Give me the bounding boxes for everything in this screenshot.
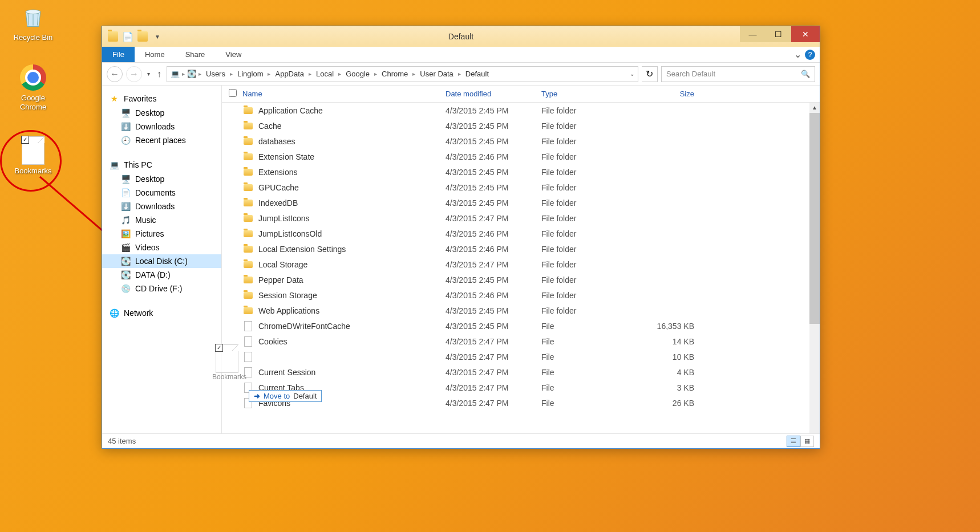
breadcrumb-item[interactable]: Linglom — [235, 70, 266, 78]
scroll-up-icon[interactable]: ▲ — [809, 103, 820, 113]
help-icon[interactable]: ? — [805, 50, 815, 60]
folder-icon — [242, 290, 254, 301]
file-type: File folder — [541, 229, 637, 238]
breadcrumb-item[interactable]: Chrome — [379, 70, 410, 78]
file-row[interactable]: JumpListIconsOld4/3/2015 2:46 PMFile fol… — [222, 226, 820, 241]
select-all-checkbox[interactable] — [229, 89, 237, 97]
file-row[interactable]: GPUCache4/3/2015 2:45 PMFile folder — [222, 180, 820, 195]
file-type: File folder — [541, 106, 637, 115]
file-row[interactable]: Web Applications4/3/2015 2:45 PMFile fol… — [222, 303, 820, 318]
nav-item-desktop[interactable]: 🖥️Desktop — [102, 172, 221, 186]
nav-item-music[interactable]: 🎵Music — [102, 213, 221, 227]
nav-item-pictures[interactable]: 🖼️Pictures — [102, 227, 221, 241]
nav-item-downloads[interactable]: ⬇️Downloads — [102, 120, 221, 133]
nav-favorites[interactable]: ★Favorites — [102, 91, 221, 106]
ribbon-expand-icon[interactable]: ⌄ — [794, 49, 801, 60]
tab-share[interactable]: Share — [175, 47, 216, 62]
pc-icon[interactable]: 💻 — [171, 70, 180, 78]
nav-network[interactable]: 🌐Network — [102, 306, 221, 320]
folder-icon[interactable] — [108, 31, 118, 42]
nav-item-desktop[interactable]: 🖥️Desktop — [102, 106, 221, 120]
column-header-date[interactable]: Date modified — [446, 90, 541, 98]
properties-icon[interactable]: 📄 — [123, 31, 133, 42]
nav-item-documents[interactable]: 📄Documents — [102, 186, 221, 200]
file-row[interactable]: Extension State4/3/2015 2:46 PMFile fold… — [222, 149, 820, 164]
file-row[interactable]: Cookies4/3/2015 2:47 PMFile14 KB — [222, 334, 820, 349]
close-button[interactable]: ✕ — [791, 26, 820, 42]
column-header-size[interactable]: Size — [637, 90, 706, 98]
nav-item-videos[interactable]: 🎬Videos — [102, 241, 221, 254]
nav-item-localdisk-c[interactable]: 💽Local Disk (C:) — [102, 254, 221, 268]
view-details-button[interactable]: ☰ — [787, 436, 800, 447]
file-row[interactable]: Extensions4/3/2015 2:45 PMFile folder — [222, 164, 820, 180]
file-type: File — [541, 383, 637, 392]
file-row[interactable]: Local Storage4/3/2015 2:47 PMFile folder — [222, 257, 820, 272]
tab-home[interactable]: Home — [135, 47, 175, 62]
nav-item-recent[interactable]: 🕘Recent places — [102, 133, 221, 147]
file-list[interactable]: Application Cache4/3/2015 2:45 PMFile fo… — [222, 103, 820, 433]
up-button[interactable]: ↑ — [155, 69, 163, 79]
new-folder-icon[interactable] — [137, 31, 148, 42]
scroll-thumb[interactable] — [809, 113, 820, 324]
file-date: 4/3/2015 2:46 PM — [446, 229, 541, 238]
file-type: File folder — [541, 183, 637, 192]
file-row[interactable]: Session Storage4/3/2015 2:46 PMFile fold… — [222, 287, 820, 303]
tab-view[interactable]: View — [215, 47, 252, 62]
column-header-name[interactable]: Name — [242, 90, 446, 98]
file-date: 4/3/2015 2:46 PM — [446, 152, 541, 161]
forward-button[interactable]: → — [126, 66, 142, 82]
qat-dropdown-icon[interactable]: ▼ — [152, 31, 163, 42]
nav-item-data-d[interactable]: 💽DATA (D:) — [102, 268, 221, 282]
breadcrumb[interactable]: 💻▸ 💽▸ Users▸ Linglom▸ AppData▸ Local▸ Go… — [167, 66, 638, 82]
history-dropdown-icon[interactable]: ▾ — [145, 71, 152, 77]
back-button[interactable]: ← — [107, 66, 123, 82]
file-row[interactable]: ChromeDWriteFontCache4/3/2015 2:45 PMFil… — [222, 318, 820, 334]
search-icon: 🔍 — [801, 70, 810, 78]
recycle-bin-icon — [19, 3, 47, 31]
column-header-type[interactable]: Type — [541, 90, 637, 98]
file-row[interactable]: Application Cache4/3/2015 2:45 PMFile fo… — [222, 103, 820, 118]
navigation-pane[interactable]: ★Favorites 🖥️Desktop ⬇️Downloads 🕘Recent… — [102, 86, 222, 433]
file-date: 4/3/2015 2:47 PM — [446, 368, 541, 377]
desktop-icon-chrome[interactable]: Google Chrome — [10, 64, 56, 111]
file-row[interactable]: IndexedDB4/3/2015 2:45 PMFile folder — [222, 195, 820, 210]
breadcrumb-item[interactable]: Users — [204, 70, 228, 78]
titlebar[interactable]: 📄 ▼ Default — ☐ ✕ — [102, 26, 820, 47]
file-size: 16,353 KB — [637, 322, 706, 331]
tab-file[interactable]: File — [102, 47, 135, 62]
breadcrumb-item[interactable]: Local — [314, 70, 336, 78]
nav-item-cddrive-f[interactable]: 💿CD Drive (F:) — [102, 282, 221, 295]
breadcrumb-item[interactable]: Default — [463, 70, 491, 78]
search-input[interactable]: Search Default 🔍 — [661, 66, 815, 82]
file-name: Web Applications — [258, 306, 446, 315]
breadcrumb-item[interactable]: AppData — [273, 70, 306, 78]
file-date: 4/3/2015 2:46 PM — [446, 245, 541, 254]
breadcrumb-item[interactable]: User Data — [418, 70, 456, 78]
file-row[interactable]: Local Extension Settings4/3/2015 2:46 PM… — [222, 241, 820, 257]
cd-icon: 💿 — [120, 283, 131, 294]
minimize-button[interactable]: — — [740, 26, 766, 42]
scrollbar[interactable]: ▲ — [809, 103, 820, 433]
file-row[interactable]: Cache4/3/2015 2:45 PMFile folder — [222, 118, 820, 133]
maximize-button[interactable]: ☐ — [766, 26, 791, 42]
file-row[interactable]: Pepper Data4/3/2015 2:45 PMFile folder — [222, 272, 820, 287]
desktop-icon-recycle-bin[interactable]: Recycle Bin — [10, 3, 56, 42]
file-row[interactable]: JumpListIcons4/3/2015 2:47 PMFile folder — [222, 210, 820, 226]
file-type: File folder — [541, 275, 637, 285]
breadcrumb-item[interactable]: Google — [343, 70, 372, 78]
refresh-button[interactable]: ↻ — [642, 66, 658, 82]
breadcrumb-dropdown-icon[interactable]: ⌄ — [630, 71, 634, 77]
file-size: 4 KB — [637, 368, 706, 377]
ribbon-tabs: File Home Share View ⌄ ? — [102, 47, 820, 63]
disk-icon[interactable]: 💽 — [187, 70, 196, 78]
file-row[interactable]: databases4/3/2015 2:45 PMFile folder — [222, 133, 820, 149]
downloads-icon: ⬇️ — [120, 201, 131, 212]
nav-thispc[interactable]: 💻This PC — [102, 157, 221, 172]
folder-icon — [242, 166, 254, 178]
file-row[interactable]: 4/3/2015 2:47 PMFile10 KB — [222, 349, 820, 364]
view-icons-button[interactable]: ▦ — [800, 436, 814, 447]
nav-item-downloads[interactable]: ⬇️Downloads — [102, 200, 221, 213]
file-name: Current Session — [258, 368, 446, 377]
file-row[interactable]: Current Session4/3/2015 2:47 PMFile4 KB — [222, 364, 820, 380]
desktop-icon-bookmarks[interactable]: ✓ Bookmarks — [10, 137, 56, 176]
